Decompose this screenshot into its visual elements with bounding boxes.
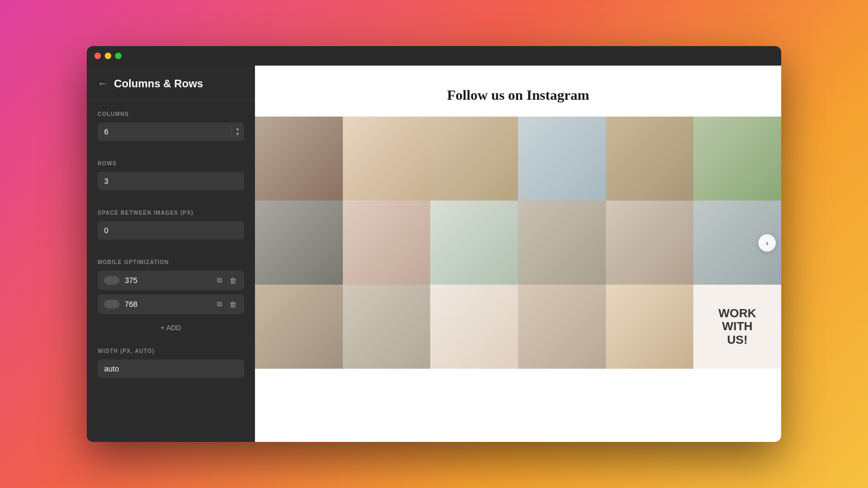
instagram-grid: WORKWITHUS!: [255, 117, 781, 369]
columns-input[interactable]: [98, 123, 231, 141]
work-text: WORKWITHUS!: [693, 285, 781, 369]
grid-cell-14[interactable]: [343, 285, 431, 369]
sidebar-title: Columns & Rows: [114, 78, 203, 90]
mobile-toggle-375[interactable]: [104, 276, 119, 285]
grid-cell-16[interactable]: [518, 285, 606, 369]
window-body: ← Columns & Rows COLUMNS ▲ ▼ ROWS: [87, 66, 781, 442]
mobile-section: MOBILE OPTIMIZATION 375 ⧉ 🗑 768 ⧉ 🗑 + AD…: [87, 248, 255, 337]
spacing-input-wrapper: [98, 221, 244, 240]
sidebar: ← Columns & Rows COLUMNS ▲ ▼ ROWS: [87, 66, 255, 442]
add-mobile-button[interactable]: + ADD: [98, 318, 244, 337]
back-button[interactable]: ←: [98, 78, 107, 89]
mobile-copy-768[interactable]: ⧉: [216, 299, 223, 310]
maximize-button[interactable]: [115, 53, 122, 59]
instagram-section: Follow us on Instagram: [255, 66, 781, 380]
grid-cell-5[interactable]: [606, 117, 694, 201]
grid-cell-7[interactable]: [255, 201, 343, 285]
app-window: ← Columns & Rows COLUMNS ▲ ▼ ROWS: [87, 46, 781, 442]
grid-cell-3[interactable]: [430, 117, 518, 201]
width-input-wrapper: [98, 359, 244, 378]
rows-section: ROWS: [87, 150, 255, 190]
rows-input[interactable]: [98, 172, 244, 190]
mobile-value-375: 375: [125, 276, 210, 285]
instagram-title: Follow us on Instagram: [255, 87, 781, 104]
rows-input-wrapper: [98, 172, 244, 190]
grid-cell-15[interactable]: [430, 285, 518, 369]
instagram-grid-wrapper: WORKWITHUS! ›: [255, 117, 781, 369]
columns-input-wrapper: ▲ ▼: [98, 123, 244, 141]
mobile-delete-375[interactable]: 🗑: [228, 275, 238, 286]
mobile-row-768: 768 ⧉ 🗑: [98, 294, 244, 314]
grid-cell-13[interactable]: [255, 285, 343, 369]
columns-spinner: ▲ ▼: [231, 126, 244, 137]
grid-cell-6[interactable]: [693, 117, 781, 201]
grid-cell-8[interactable]: [343, 201, 431, 285]
next-arrow[interactable]: ›: [758, 234, 776, 252]
grid-cell-17[interactable]: [606, 285, 694, 369]
mobile-row-375: 375 ⧉ 🗑: [98, 271, 244, 290]
grid-cell-18[interactable]: WORKWITHUS!: [693, 285, 781, 369]
minimize-button[interactable]: [105, 53, 111, 59]
mobile-delete-768[interactable]: 🗑: [228, 299, 238, 310]
mobile-value-768: 768: [125, 300, 210, 309]
columns-up-button[interactable]: ▲: [234, 126, 241, 132]
mobile-toggle-768[interactable]: [104, 300, 119, 309]
grid-cell-1[interactable]: [255, 117, 343, 201]
grid-cell-9[interactable]: [430, 201, 518, 285]
columns-down-button[interactable]: ▼: [234, 132, 241, 137]
preview-area: Follow us on Instagram: [255, 66, 781, 442]
grid-cell-4[interactable]: [518, 117, 606, 201]
grid-cell-2[interactable]: [343, 117, 431, 201]
spacing-section: SPACE BETWEEN IMAGES (PX): [87, 199, 255, 240]
sidebar-header: ← Columns & Rows: [87, 66, 255, 100]
columns-label: COLUMNS: [98, 111, 244, 117]
width-label: WIDTH (PX, AUTO): [98, 348, 244, 354]
spacing-label: SPACE BETWEEN IMAGES (PX): [98, 210, 244, 216]
rows-label: ROWS: [98, 160, 244, 166]
mobile-copy-375[interactable]: ⧉: [216, 275, 223, 286]
grid-cell-11[interactable]: [606, 201, 694, 285]
mobile-label: MOBILE OPTIMIZATION: [98, 259, 244, 265]
spacing-input[interactable]: [98, 221, 244, 240]
close-button[interactable]: [94, 53, 101, 59]
width-section: WIDTH (PX, AUTO): [87, 337, 255, 378]
traffic-lights: [94, 53, 122, 59]
grid-cell-10[interactable]: [518, 201, 606, 285]
title-bar: [87, 46, 781, 66]
columns-section: COLUMNS ▲ ▼: [87, 100, 255, 141]
width-input[interactable]: [98, 359, 244, 378]
